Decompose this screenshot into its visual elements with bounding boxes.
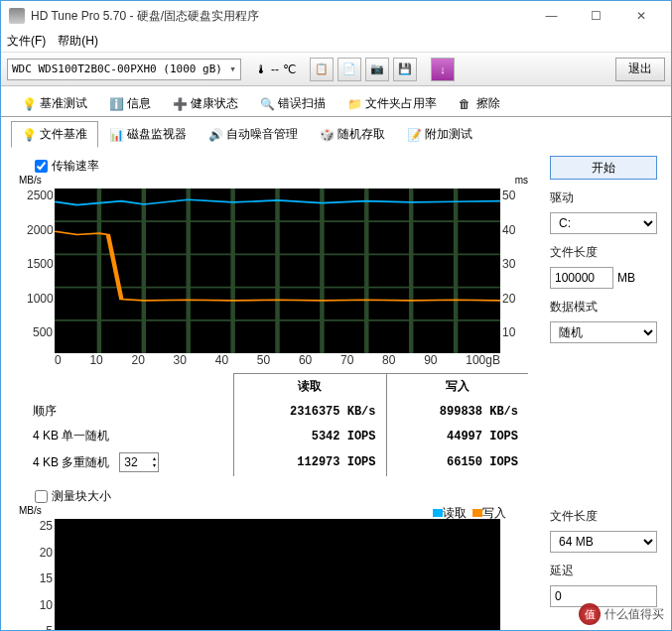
bulb-icon: 💡 [22,97,36,111]
exit-button[interactable]: 退出 [615,58,665,81]
thermometer-icon: 🌡 [255,63,267,76]
tab-extra[interactable]: 📝附加测试 [396,121,483,148]
y-axis-right: 5040302010 [502,189,520,339]
menu-help[interactable]: 帮助(H) [58,33,98,50]
blocksize-chart: 252015105 0.5124816326412825651210242048… [55,519,500,631]
x-axis: 0102030405060708090100gB [55,353,500,367]
app-icon [9,8,25,24]
window-title: HD Tune Pro 5.70 - 硬盘/固态硬盘实用程序 [31,8,529,25]
filelen-label: 文件长度 [550,244,657,261]
title-bar: HD Tune Pro 5.70 - 硬盘/固态硬盘实用程序 — ☐ ✕ [1,1,671,31]
bulb-icon: 💡 [22,128,36,142]
options-button[interactable]: ↓ [431,58,455,81]
maximize-button[interactable]: ☐ [574,2,618,30]
watermark: 值 什么值得买 [579,603,664,625]
temperature-display: 🌡 -- ℃ [255,63,296,76]
side-panel: 开始 驱动 C: 文件长度 MB 数据模式 随机 文件长度 64 MB 延迟 [550,156,657,631]
y-axis-right-label: ms [515,175,528,186]
tab-errorscan[interactable]: 🔍错误扫描 [249,90,336,117]
toolbar: WDC WDS100T2B0C-00PXH0 (1000 gB) 🌡 -- ℃ … [1,53,671,86]
close-button[interactable]: ✕ [618,2,663,30]
transfer-chart: 2500200015001000500 5040302010 010203040… [55,189,500,353]
drive-select[interactable]: WDC WDS100T2B0C-00PXH0 (1000 gB) [7,59,241,80]
monitor-icon: 📊 [109,128,123,142]
table-row: 顺序2316375 KB/s899838 KB/s [23,399,528,424]
filelen-input[interactable] [550,267,613,289]
y-axis-left-label: MB/s [19,175,42,186]
tab-benchmark[interactable]: 💡基准测试 [11,90,98,117]
copy-screenshot-button[interactable]: 📄 [337,58,361,81]
table-row: 4 KB 多重随机32112973 IOPS66150 IOPS [23,448,528,476]
y-axis-2: 252015105 [27,519,53,631]
trash-icon: 🗑 [459,97,472,111]
tabs-row1: 💡基准测试 ℹ️信息 ➕健康状态 🔍错误扫描 📁文件夹占用率 🗑擦除 [1,86,671,117]
tab-folderusage[interactable]: 📁文件夹占用率 [336,90,448,117]
tabs-row2: 💡文件基准 📊磁盘监视器 🔊自动噪音管理 🎲随机存取 📝附加测试 [1,116,671,148]
y-axis-left: 2500200015001000500 [27,189,53,339]
drive-letter-select[interactable]: C: [550,212,657,234]
tab-filebenchmark[interactable]: 💡文件基准 [11,121,98,148]
health-icon: ➕ [173,97,187,111]
extra-icon: 📝 [407,128,421,142]
drive-label: 驱动 [550,189,657,206]
info-icon: ℹ️ [109,97,123,111]
tab-random[interactable]: 🎲随机存取 [309,121,396,148]
transfer-rate-checkbox[interactable]: 传输速率 [35,158,536,175]
watermark-icon: 值 [579,603,601,625]
filelen2-label: 文件长度 [550,508,657,525]
datamode-select[interactable]: 随机 [550,321,657,343]
screenshot-button[interactable]: 📷 [365,58,389,81]
results-table: 读取写入 顺序2316375 KB/s899838 KB/s 4 KB 单一随机… [23,373,528,476]
tab-info[interactable]: ℹ️信息 [98,90,162,117]
blocksize-checkbox[interactable]: 测量块大小 [35,488,536,505]
filelen2-select[interactable]: 64 MB [550,531,657,553]
tab-aam[interactable]: 🔊自动噪音管理 [198,121,309,148]
tab-diskmonitor[interactable]: 📊磁盘监视器 [98,121,198,148]
delay-label: 延迟 [550,563,657,579]
copy-info-button[interactable]: 📋 [310,58,334,81]
table-row: 4 KB 单一随机5342 IOPS44997 IOPS [23,424,528,448]
menu-bar: 文件(F) 帮助(H) [1,31,671,53]
speaker-icon: 🔊 [208,128,222,142]
save-button[interactable]: 💾 [393,58,417,81]
search-icon: 🔍 [260,97,274,111]
menu-file[interactable]: 文件(F) [7,33,46,50]
tab-erase[interactable]: 🗑擦除 [448,90,511,117]
folder-icon: 📁 [347,97,361,111]
datamode-label: 数据模式 [550,299,657,316]
queue-depth-spinner[interactable]: 32 [119,452,159,472]
minimize-button[interactable]: — [529,2,574,30]
y-axis-label-2: MB/s [19,505,42,516]
tab-health[interactable]: ➕健康状态 [162,90,249,117]
start-button[interactable]: 开始 [550,156,657,180]
random-icon: 🎲 [320,128,334,142]
